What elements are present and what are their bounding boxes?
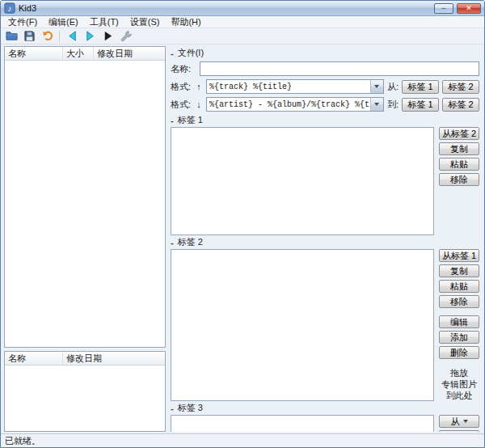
filename-to-tag2-button[interactable]: 标签 2 bbox=[442, 98, 479, 112]
file-section-header[interactable]: - 文件(I) bbox=[171, 47, 479, 59]
minimize-button[interactable]: – bbox=[434, 3, 453, 14]
tag1-paste-button[interactable]: 粘贴 bbox=[439, 158, 479, 171]
menu-item-file[interactable]: 文件(F) bbox=[2, 16, 43, 27]
filename-row: 名称: bbox=[171, 61, 479, 76]
tag1-fields-area[interactable] bbox=[171, 127, 434, 235]
main-area: 名称 大小 修改日期 名称 修改日期 - 文件(I) bbox=[1, 44, 484, 433]
tag2-copy-button[interactable]: 复制 bbox=[439, 264, 479, 277]
toolbar bbox=[1, 28, 484, 44]
file-list-panel: 名称 大小 修改日期 bbox=[4, 46, 166, 348]
column-modified[interactable]: 修改日期 bbox=[63, 352, 165, 365]
statusbar: 已就绪。 bbox=[1, 433, 484, 447]
settings-button[interactable] bbox=[117, 29, 133, 44]
filename-to-tag1-button[interactable]: 标签 1 bbox=[402, 98, 439, 112]
tag2-delete-button[interactable]: 删除 bbox=[439, 346, 479, 359]
collapse-icon: - bbox=[171, 238, 174, 247]
arrow-down-icon: ↓ bbox=[195, 99, 203, 109]
tag2-fields-area[interactable] bbox=[171, 249, 434, 401]
status-text: 已就绪。 bbox=[5, 435, 40, 447]
app-icon: ♪ bbox=[4, 2, 15, 14]
column-name[interactable]: 名称 bbox=[5, 352, 63, 365]
tag3-button-column: 从 到 bbox=[439, 415, 479, 432]
format-to-row: 格式: ↓ %{artist} - %{album}/%{track} %{ti… bbox=[171, 97, 479, 112]
file-list-body[interactable] bbox=[5, 61, 165, 347]
tag1-from-tag2-button[interactable]: 从标签 2 bbox=[439, 127, 479, 140]
collapse-icon: - bbox=[171, 116, 174, 125]
combo-value: %{artist} - %{album}/%{track} %{title} bbox=[207, 100, 370, 109]
tag1-copy-button[interactable]: 复制 bbox=[439, 142, 479, 155]
menubar: 文件(F) 编辑(E) 工具(T) 设置(S) 帮助(H) bbox=[1, 16, 484, 28]
save-icon bbox=[23, 30, 36, 42]
tag2-remove-button[interactable]: 移除 bbox=[439, 295, 479, 308]
arrow-up-icon: ↑ bbox=[195, 82, 203, 91]
format-to-filename-combo[interactable]: %{artist} - %{album}/%{track} %{title} bbox=[206, 97, 384, 112]
tag3-from-label: 从 bbox=[451, 416, 460, 428]
tag1-button-column: 从标签 2 复制 粘贴 移除 bbox=[439, 127, 479, 186]
menu-item-help[interactable]: 帮助(H) bbox=[165, 16, 206, 27]
menu-item-edit[interactable]: 编辑(E) bbox=[43, 16, 84, 27]
open-button[interactable] bbox=[3, 29, 19, 44]
open-icon bbox=[6, 30, 18, 42]
svg-text:♪: ♪ bbox=[8, 4, 12, 13]
revert-icon bbox=[41, 30, 53, 42]
tag1-section-header[interactable]: - 标签 1 bbox=[171, 114, 479, 126]
chevron-down-icon bbox=[463, 420, 468, 423]
filename-from-tag1-button[interactable]: 标签 1 bbox=[402, 80, 439, 94]
play-icon bbox=[102, 30, 114, 42]
format-label: 格式: bbox=[171, 81, 192, 93]
filename-from-tag2-button[interactable]: 标签 2 bbox=[442, 80, 479, 94]
to-label: 到: bbox=[387, 99, 399, 111]
combo-value: %{track} %{title} bbox=[207, 82, 370, 91]
tag3-to-dropdown-button[interactable]: 到 bbox=[439, 430, 479, 432]
revert-button[interactable] bbox=[39, 29, 55, 44]
tag2-section-title: 标签 2 bbox=[178, 236, 203, 248]
drop-hint-line: 到此处 bbox=[439, 391, 479, 402]
menu-item-settings[interactable]: 设置(S) bbox=[124, 16, 166, 27]
column-size[interactable]: 大小 bbox=[63, 47, 94, 60]
left-column: 名称 大小 修改日期 名称 修改日期 bbox=[4, 46, 166, 432]
tag2-from-tag1-button[interactable]: 从标签 1 bbox=[439, 249, 479, 262]
save-button[interactable] bbox=[21, 29, 37, 44]
tag1-section-title: 标签 1 bbox=[178, 114, 203, 126]
play-button[interactable] bbox=[99, 29, 116, 44]
tag3-section: 从 到 bbox=[171, 415, 479, 432]
menu-item-tools[interactable]: 工具(T) bbox=[84, 16, 124, 27]
from-label: 从: bbox=[387, 81, 399, 93]
previous-file-icon bbox=[66, 30, 78, 42]
format-from-row: 格式: ↑ %{track} %{title} 从: 标签 1 标签 2 bbox=[171, 79, 479, 94]
tag2-add-button[interactable]: 添加 bbox=[439, 331, 479, 344]
tag3-section-header[interactable]: - 标签 3 bbox=[171, 402, 479, 414]
chevron-down-icon[interactable] bbox=[370, 98, 383, 111]
file-name-input[interactable] bbox=[200, 61, 479, 76]
tag2-paste-button[interactable]: 粘贴 bbox=[439, 280, 479, 293]
tag2-edit-button[interactable]: 编辑 bbox=[439, 315, 479, 328]
close-button[interactable]: ✕ bbox=[457, 3, 481, 14]
right-column: - 文件(I) 名称: 格式: ↑ %{track} %{title} 从: 标… bbox=[169, 46, 481, 432]
file-section-title: 文件(I) bbox=[178, 47, 204, 59]
drop-hint-line: 专辑图片 bbox=[439, 379, 479, 391]
next-file-icon bbox=[84, 30, 96, 42]
format-label: 格式: bbox=[171, 99, 192, 111]
name-label: 名称: bbox=[171, 63, 196, 75]
format-from-filename-combo[interactable]: %{track} %{title} bbox=[206, 79, 384, 94]
tag3-fields-area[interactable] bbox=[171, 415, 434, 432]
tag1-section: 从标签 2 复制 粘贴 移除 bbox=[171, 127, 479, 235]
tag3-to-label: 到 bbox=[451, 431, 460, 432]
settings-icon bbox=[120, 30, 132, 42]
album-art-drop-hint: 拖放 专辑图片 到此处 bbox=[439, 368, 479, 401]
next-file-button[interactable] bbox=[82, 29, 98, 44]
chevron-down-icon[interactable] bbox=[370, 80, 383, 93]
tag2-section-header[interactable]: - 标签 2 bbox=[171, 236, 479, 248]
titlebar[interactable]: ♪ Kid3 – ✕ bbox=[1, 1, 484, 16]
tag3-from-dropdown-button[interactable]: 从 bbox=[439, 415, 479, 428]
column-modified[interactable]: 修改日期 bbox=[94, 47, 165, 60]
tag1-remove-button[interactable]: 移除 bbox=[439, 173, 479, 186]
column-name[interactable]: 名称 bbox=[5, 47, 63, 60]
tag3-section-title: 标签 3 bbox=[178, 402, 203, 414]
directory-list-body[interactable] bbox=[5, 366, 165, 431]
previous-file-button[interactable] bbox=[64, 29, 80, 44]
drop-hint-line: 拖放 bbox=[439, 368, 479, 379]
app-window: ♪ Kid3 – ✕ 文件(F) 编辑(E) 工具(T) 设置(S) 帮助(H) bbox=[0, 0, 485, 448]
collapse-icon: - bbox=[171, 49, 174, 58]
toolbar-separator bbox=[59, 31, 60, 42]
